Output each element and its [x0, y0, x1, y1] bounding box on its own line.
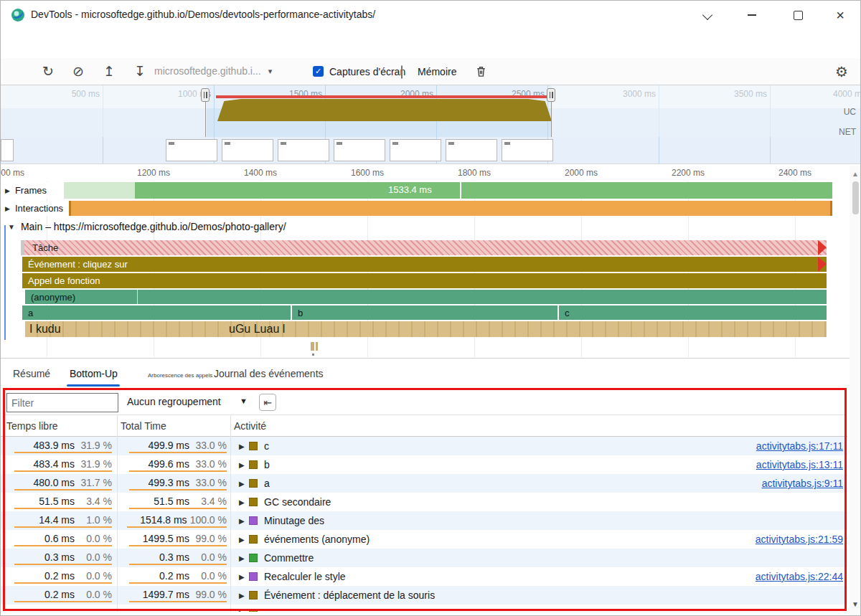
frame-duration-label: 1533.4 ms: [388, 184, 432, 195]
frames-track-header[interactable]: ▶ Frames: [1, 182, 64, 199]
table-row[interactable]: 0.6 ms0.0 % 1499.5 ms99.0 % ▶événements …: [1, 530, 847, 549]
screenshot-thumbnail[interactable]: [446, 139, 497, 161]
expand-icon[interactable]: ▶: [239, 592, 249, 600]
total-time-value: 51.5 ms: [129, 496, 189, 507]
flame-bar-anonymous[interactable]: [25, 290, 827, 304]
flame-fragment: [311, 342, 314, 351]
timeline-overview[interactable]: 500 ms 1000 ms 1500 ms 2000 ms 2500 ms 3…: [1, 85, 861, 164]
expand-icon[interactable]: ▶: [239, 498, 249, 506]
selection-handle-left[interactable]: [201, 88, 210, 102]
frame-bar-partial[interactable]: [64, 182, 135, 199]
source-link[interactable]: activitytabs.js:17:11: [756, 440, 843, 452]
flame-bar-event-click[interactable]: [22, 257, 827, 272]
reload-and-record-button[interactable]: ↻: [42, 65, 54, 78]
grouping-select[interactable]: Aucun regroupement: [127, 396, 221, 407]
table-row[interactable]: 483.9 ms31.9 % 499.9 ms33.0 % ▶cactivity…: [1, 437, 847, 455]
expand-icon[interactable]: ▶: [239, 442, 249, 450]
expand-icon[interactable]: ▶: [239, 573, 249, 581]
flame-bar-b[interactable]: [292, 305, 557, 320]
table-row[interactable]: 14.4 ms1.0 % 1514.8 ms100.0 % ▶Minutage …: [1, 511, 847, 530]
table-row[interactable]: 483.4 ms31.9 % 499.6 ms33.0 % ▶bactivity…: [1, 455, 847, 474]
memory-checkbox[interactable]: [401, 66, 403, 79]
flame-bar-c[interactable]: [559, 305, 827, 320]
history-select[interactable]: microsoftedge.github.i... ▾: [154, 65, 272, 77]
column-header-total-time[interactable]: Total Time: [117, 420, 230, 432]
flame-bar-function-call[interactable]: [22, 273, 827, 288]
collapse-icon[interactable]: ▼: [8, 223, 15, 231]
source-link[interactable]: activitytabs.js:13:11: [756, 459, 843, 470]
screenshots-checkbox[interactable]: ✓: [313, 66, 324, 77]
close-button[interactable]: ×: [829, 5, 851, 25]
expand-icon[interactable]: ▶: [239, 536, 249, 544]
expand-icon[interactable]: ▶: [5, 205, 10, 212]
expand-icon[interactable]: ▶: [239, 517, 249, 525]
column-header-activity[interactable]: Activité: [230, 420, 847, 432]
ruler-label: 2400 ms: [773, 168, 817, 178]
screenshot-thumbnail[interactable]: [222, 139, 273, 161]
expand-icon[interactable]: ▶: [239, 480, 249, 488]
maximize-button[interactable]: [787, 5, 809, 25]
source-link[interactable]: activitytabs.js:9:11: [762, 478, 843, 489]
delete-recording-button[interactable]: [474, 65, 488, 78]
table-row[interactable]: 480.0 ms31.7 % 499.3 ms33.0 % ▶aactivity…: [1, 474, 847, 493]
flame-bar-task[interactable]: [24, 240, 827, 255]
table-row[interactable]: 51.5 ms3.4 % 51.5 ms3.4 % ▶GC secondaire: [1, 493, 847, 511]
window-chevron-button[interactable]: [697, 5, 718, 25]
column-separator[interactable]: [230, 415, 231, 612]
self-time-value: 480.0 ms: [14, 477, 75, 488]
load-profile-button[interactable]: ↥: [103, 65, 115, 78]
vertical-scrollbar[interactable]: ▲ ▼: [850, 166, 861, 616]
dropdown-arrow-icon[interactable]: ▼: [240, 397, 248, 405]
activity-color-icon: [249, 460, 258, 469]
column-header-self-time[interactable]: Temps libre: [1, 420, 117, 432]
interaction-bar[interactable]: [69, 201, 832, 216]
table-row[interactable]: ▶: [1, 605, 847, 612]
flame-bar-minified[interactable]: [25, 321, 827, 337]
tab-event-log[interactable]: Journal des événements: [214, 368, 324, 379]
expand-icon[interactable]: ▶: [239, 554, 249, 562]
minimize-button[interactable]: [741, 5, 763, 25]
table-row[interactable]: 0.2 ms0.0 % 0.2 ms0.0 % ▶Recalculer le s…: [1, 567, 847, 586]
source-link[interactable]: activitytabs.js:22:44: [756, 571, 843, 582]
chevron-down-icon: ▾: [268, 67, 273, 76]
total-time-value: 0.3 ms: [129, 551, 189, 563]
screenshot-thumbnail[interactable]: [1, 139, 14, 161]
save-profile-button[interactable]: ↧: [134, 65, 146, 78]
source-link[interactable]: activitytabs.js:21:59: [756, 534, 843, 545]
expand-icon[interactable]: ▶: [239, 461, 249, 469]
flame-chart-area[interactable]: 1533.4 ms ▶ Frames ▶ Interactions ▼ Main…: [1, 181, 861, 357]
show-heaviest-stack-button[interactable]: ⇤: [259, 394, 276, 411]
total-time-value: 1499.5 ms: [129, 533, 189, 544]
screenshot-thumbnail[interactable]: [166, 139, 217, 161]
settings-button[interactable]: ⚙: [835, 63, 848, 80]
screenshot-thumbnail[interactable]: [390, 139, 441, 161]
main-track-header[interactable]: ▼ Main – https://microsoftedge.github.io…: [8, 221, 286, 232]
table-header: Temps libre Total Time Activité: [1, 415, 847, 437]
selection-handle-right[interactable]: [547, 88, 555, 102]
expand-icon[interactable]: ▶: [5, 187, 10, 194]
scroll-up-icon[interactable]: ▲: [852, 170, 859, 178]
reload-icon: ↻: [42, 64, 54, 79]
scroll-down-icon[interactable]: ▼: [852, 600, 859, 608]
flame-bar-a[interactable]: [22, 305, 291, 320]
column-separator[interactable]: [117, 415, 118, 612]
scrollbar-thumb[interactable]: [852, 181, 859, 214]
total-time-value: 499.6 ms: [129, 458, 189, 470]
activity-label: c: [264, 440, 269, 452]
screenshot-thumbnail[interactable]: [502, 139, 553, 161]
tab-summary[interactable]: Résumé: [13, 368, 50, 379]
clear-button[interactable]: ⊘: [72, 65, 84, 78]
expand-icon[interactable]: ▶: [239, 609, 249, 612]
table-row[interactable]: 0.2 ms0.0 % 1499.7 ms99.0 % ▶Événement :…: [1, 586, 847, 605]
dim-left: [1, 85, 207, 137]
filter-input[interactable]: [6, 393, 118, 412]
total-time-percent: 99.0 %: [192, 533, 227, 544]
interactions-track-header[interactable]: ▶ Interactions: [1, 201, 69, 216]
frame-bar[interactable]: [461, 182, 832, 199]
screenshot-thumbnail[interactable]: [334, 139, 385, 161]
screenshot-thumbnail[interactable]: [278, 139, 329, 161]
table-row[interactable]: 0.3 ms0.0 % 0.3 ms0.0 % ▶Commettre: [1, 549, 847, 567]
tab-call-tree[interactable]: Arborescence des appels: [148, 372, 212, 379]
tab-bottom-up[interactable]: Bottom-Up: [70, 368, 118, 379]
gear-icon: ⚙: [835, 64, 848, 80]
